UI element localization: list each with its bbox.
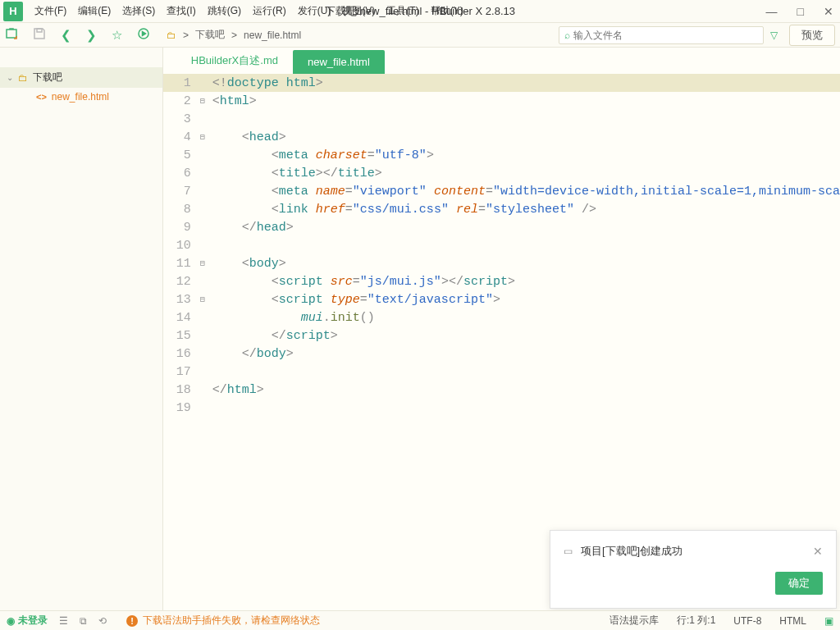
html-file-icon: <>: [36, 92, 47, 102]
svg-rect-0: [7, 30, 16, 38]
code-line[interactable]: 8 <link href="css/mui.css" rel="styleshe…: [163, 200, 840, 218]
run-icon[interactable]: [137, 27, 150, 43]
code-line[interactable]: 16 </body>: [163, 345, 840, 363]
toolbar: ❮ ❯ ☆ 🗀 > 下载吧 > new_file.html ⌕ ▽ 预览: [0, 23, 840, 48]
code-line[interactable]: 5 <meta charset="utf-8">: [163, 146, 840, 164]
code-line[interactable]: 17: [163, 363, 840, 381]
line-number: 15: [163, 329, 196, 343]
code-text[interactable]: <body>: [209, 257, 286, 271]
code-text[interactable]: <head>: [209, 130, 286, 144]
fold-icon[interactable]: ⊟: [196, 96, 209, 106]
search-input[interactable]: [573, 30, 758, 41]
preview-button[interactable]: 预览: [789, 25, 835, 46]
code-line[interactable]: 14 mui.init(): [163, 308, 840, 326]
search-box[interactable]: ⌕: [559, 26, 764, 44]
menu-item[interactable]: 运行(R): [248, 1, 291, 21]
terminal-icon[interactable]: ▣: [824, 615, 833, 627]
code-line[interactable]: 2⊟<html>: [163, 92, 840, 110]
breadcrumb[interactable]: 🗀 > 下载吧 > new_file.html: [167, 28, 301, 42]
editor-tabs: HBuilderX自述.md new_file.html: [163, 48, 840, 74]
code-line[interactable]: 11⊟ <body>: [163, 254, 840, 272]
fold-icon[interactable]: ⊟: [196, 258, 209, 268]
line-number: 11: [163, 257, 196, 271]
line-number: 9: [163, 221, 196, 235]
user-status[interactable]: ◉未登录: [7, 614, 48, 628]
code-text[interactable]: <script src="js/mui.js"></script>: [209, 275, 515, 289]
line-number: 3: [163, 112, 196, 126]
menu-item[interactable]: 选择(S): [117, 1, 160, 21]
code-line[interactable]: 4⊟ <head>: [163, 128, 840, 146]
code-text[interactable]: mui.init(): [209, 311, 375, 325]
code-text[interactable]: <meta charset="utf-8">: [209, 148, 434, 162]
code-text[interactable]: </body>: [209, 347, 294, 361]
line-number: 13: [163, 293, 196, 307]
code-line[interactable]: 12 <script src="js/mui.js"></script>: [163, 272, 840, 290]
line-number: 17: [163, 365, 196, 379]
code-text[interactable]: <script type="text/javascript">: [209, 293, 500, 307]
code-text[interactable]: <html>: [209, 94, 257, 108]
code-text[interactable]: <link href="css/mui.css" rel="stylesheet…: [209, 203, 596, 217]
tree-file[interactable]: <> new_file.html: [0, 88, 162, 106]
forward-icon[interactable]: ❯: [86, 28, 97, 43]
language-mode[interactable]: HTML: [779, 615, 806, 627]
code-line[interactable]: 3: [163, 110, 840, 128]
toast-close-icon[interactable]: ✕: [813, 545, 823, 558]
error-icon: !: [126, 615, 138, 627]
fold-icon[interactable]: ⊟: [196, 294, 209, 304]
code-line[interactable]: 9 </head>: [163, 218, 840, 236]
menu-item[interactable]: 文件(F): [30, 1, 71, 21]
breadcrumb-file[interactable]: new_file.html: [244, 30, 301, 41]
maximize-icon[interactable]: □: [797, 5, 804, 18]
fold-icon[interactable]: ⊟: [196, 132, 209, 142]
tree-file-label: new_file.html: [52, 91, 109, 103]
code-line[interactable]: 7 <meta name="viewport" content="width=d…: [163, 182, 840, 200]
code-line[interactable]: 6 <title></title>: [163, 164, 840, 182]
code-text[interactable]: </script>: [209, 329, 338, 343]
tab-readme[interactable]: HBuilderX自述.md: [176, 48, 293, 74]
line-number: 2: [163, 94, 196, 108]
menu-item[interactable]: 跳转(G): [203, 1, 246, 21]
code-text[interactable]: <title></title>: [209, 167, 382, 180]
toast-notification: ▭ 项目[下载吧]创建成功 ✕ 确定: [550, 530, 837, 609]
new-project-icon[interactable]: [5, 27, 18, 43]
tab-newfile[interactable]: new_file.html: [293, 50, 385, 74]
tree-root[interactable]: ⌄ 🗀 下载吧: [0, 67, 162, 88]
tree-icon[interactable]: ⧉: [80, 615, 87, 627]
code-line[interactable]: 19: [163, 399, 840, 417]
sync-icon[interactable]: ⟲: [98, 615, 107, 627]
title-bar: H 文件(F)编辑(E)选择(S)查找(I)跳转(G)运行(R)发行(U)视图(…: [0, 0, 840, 23]
close-icon[interactable]: ✕: [824, 5, 833, 18]
minimize-icon[interactable]: —: [766, 5, 778, 18]
line-number: 1: [163, 76, 196, 90]
code-text[interactable]: <meta name="viewport" content="width=dev…: [209, 185, 840, 199]
toast-ok-button[interactable]: 确定: [775, 572, 823, 595]
line-number: 12: [163, 275, 196, 289]
cursor-position[interactable]: 行:1 列:1: [677, 614, 715, 628]
code-line[interactable]: 15 </script>: [163, 326, 840, 345]
editor-area: HBuilderX自述.md new_file.html 1<!doctype …: [163, 48, 840, 610]
list-icon[interactable]: ☰: [59, 615, 68, 627]
save-icon[interactable]: [33, 27, 46, 43]
message-icon: ▭: [564, 546, 573, 557]
chevron-down-icon: ⌄: [7, 73, 13, 82]
tree-root-label: 下载吧: [33, 71, 62, 84]
code-line[interactable]: 13⊟ <script type="text/javascript">: [163, 290, 840, 308]
line-number: 5: [163, 148, 196, 162]
svg-rect-1: [37, 29, 42, 32]
menu-item[interactable]: 查找(I): [162, 1, 200, 21]
filter-icon[interactable]: ▽: [770, 30, 778, 41]
code-line[interactable]: 10: [163, 236, 840, 254]
code-text[interactable]: <!doctype html>: [209, 76, 323, 90]
back-icon[interactable]: ❮: [61, 28, 71, 43]
syntax-hint[interactable]: 语法提示库: [609, 614, 659, 628]
star-icon[interactable]: ☆: [112, 28, 122, 43]
code-text[interactable]: </head>: [209, 221, 294, 235]
status-error[interactable]: !下载语法助手插件失败，请检查网络状态: [126, 614, 320, 628]
code-line[interactable]: 18</html>: [163, 381, 840, 399]
menu-item[interactable]: 编辑(E): [73, 1, 116, 21]
breadcrumb-folder[interactable]: 下载吧: [195, 28, 225, 42]
code-text[interactable]: </html>: [209, 383, 264, 397]
code-line[interactable]: 1<!doctype html>: [163, 74, 840, 92]
line-number: 6: [163, 167, 196, 180]
encoding[interactable]: UTF-8: [733, 615, 761, 627]
